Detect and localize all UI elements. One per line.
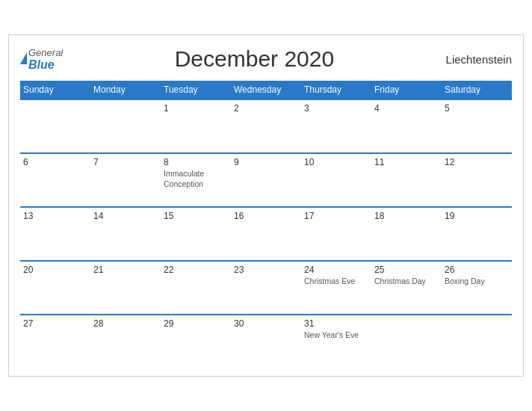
- day-cell: 21: [90, 261, 161, 315]
- day-cell: 12: [442, 153, 512, 207]
- logo-general-text: General: [28, 47, 63, 58]
- day-cell: 28: [90, 315, 161, 368]
- calendar-header: General Blue December 2020 Liechtenstein: [20, 46, 512, 72]
- day-cell: 24Christmas Eve: [301, 261, 371, 315]
- col-wednesday: Wednesday: [231, 81, 301, 99]
- col-friday: Friday: [371, 81, 442, 99]
- day-cell: 14: [90, 207, 161, 261]
- day-cell: 27: [20, 315, 90, 368]
- day-cell: 16: [231, 207, 301, 261]
- col-thursday: Thursday: [301, 81, 371, 99]
- event-label: Christmas Eve: [304, 276, 368, 287]
- event-label: Boxing Day: [445, 276, 509, 287]
- day-number: 6: [23, 157, 87, 167]
- event-label: New Year's Eve: [304, 330, 368, 341]
- day-cell: 26Boxing Day: [442, 261, 512, 315]
- logo-triangle-icon: [20, 52, 27, 64]
- day-cell: 30: [231, 315, 301, 368]
- week-row-4: 2728293031New Year's Eve: [20, 315, 512, 368]
- day-number: 11: [374, 157, 439, 167]
- day-number: 24: [304, 265, 368, 275]
- day-number: 19: [445, 211, 509, 221]
- week-row-1: 678Immaculate Conception9101112: [20, 153, 512, 207]
- logo-text: General Blue: [28, 47, 63, 72]
- day-cell: 13: [20, 207, 90, 261]
- day-cell: 15: [161, 207, 231, 261]
- day-number: 23: [234, 265, 298, 275]
- day-cell: 20: [20, 261, 90, 315]
- day-number: 1: [164, 103, 228, 114]
- day-number: 29: [164, 318, 228, 329]
- day-cell: 9: [231, 153, 301, 207]
- calendar-header-row: Sunday Monday Tuesday Wednesday Thursday…: [20, 81, 512, 99]
- day-cell: 4: [371, 99, 442, 153]
- day-number: 7: [93, 157, 158, 167]
- day-number: 22: [164, 265, 228, 275]
- day-number: 8: [164, 157, 228, 167]
- event-label: Immaculate Conception: [164, 169, 228, 189]
- day-number: 26: [445, 265, 509, 275]
- day-cell: [20, 99, 90, 153]
- calendar-body: 12345678Immaculate Conception91011121314…: [20, 99, 512, 368]
- day-number: 4: [374, 103, 439, 114]
- day-cell: 5: [442, 99, 512, 153]
- week-row-2: 13141516171819: [20, 207, 512, 261]
- week-row-3: 2021222324Christmas Eve25Christmas Day26…: [20, 261, 512, 315]
- day-cell: 17: [301, 207, 371, 261]
- day-cell: 22: [161, 261, 231, 315]
- day-cell: [371, 315, 442, 368]
- col-saturday: Saturday: [442, 81, 512, 99]
- calendar-table: Sunday Monday Tuesday Wednesday Thursday…: [20, 81, 512, 368]
- day-number: 20: [23, 265, 87, 275]
- day-number: 5: [445, 103, 509, 114]
- day-number: 10: [304, 157, 368, 167]
- event-label: Christmas Day: [374, 276, 439, 287]
- logo: General Blue: [20, 47, 63, 72]
- day-cell: 3: [301, 99, 371, 153]
- day-cell: 1: [161, 99, 231, 153]
- day-cell: 7: [90, 153, 161, 207]
- country-name: Liechtenstein: [446, 53, 512, 66]
- day-cell: 8Immaculate Conception: [161, 153, 231, 207]
- day-number: 16: [234, 211, 298, 221]
- day-number: 21: [93, 265, 158, 275]
- day-number: 17: [304, 211, 368, 221]
- day-cell: 23: [231, 261, 301, 315]
- week-row-0: 12345: [20, 99, 512, 153]
- col-tuesday: Tuesday: [161, 81, 231, 99]
- day-number: 13: [23, 211, 87, 221]
- day-cell: 6: [20, 153, 90, 207]
- day-cell: 2: [231, 99, 301, 153]
- col-monday: Monday: [90, 81, 161, 99]
- day-number: 30: [234, 318, 298, 329]
- day-number: 9: [234, 157, 298, 167]
- day-cell: [90, 99, 161, 153]
- day-number: 3: [304, 103, 368, 114]
- day-number: 2: [234, 103, 298, 114]
- day-number: 28: [93, 318, 158, 329]
- day-number: 15: [164, 211, 228, 221]
- day-cell: 29: [161, 315, 231, 368]
- day-cell: [442, 315, 512, 368]
- col-sunday: Sunday: [20, 81, 90, 99]
- day-cell: 25Christmas Day: [371, 261, 442, 315]
- day-cell: 18: [371, 207, 442, 261]
- day-number: 27: [23, 318, 87, 329]
- day-cell: 11: [371, 153, 442, 207]
- day-number: 18: [374, 211, 439, 221]
- day-cell: 19: [442, 207, 512, 261]
- calendar-container: General Blue December 2020 Liechtenstein…: [8, 34, 524, 377]
- day-number: 25: [374, 265, 439, 275]
- day-number: 12: [445, 157, 509, 167]
- month-title: December 2020: [175, 46, 334, 72]
- day-number: 14: [93, 211, 158, 221]
- day-number: 31: [304, 318, 368, 329]
- day-cell: 31New Year's Eve: [301, 315, 371, 368]
- logo-blue-text: Blue: [28, 58, 63, 72]
- day-cell: 10: [301, 153, 371, 207]
